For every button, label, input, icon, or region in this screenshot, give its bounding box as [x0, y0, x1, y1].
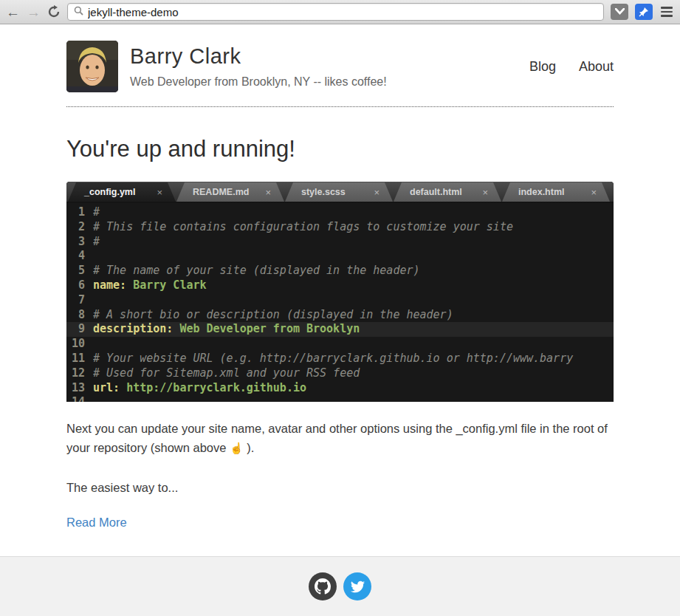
line-number: 4	[66, 249, 93, 264]
line-content: # This file contains configuration flags…	[93, 220, 614, 235]
line-number: 10	[66, 337, 93, 352]
site-header: Barry Clark Web Developer from Brooklyn,…	[66, 24, 614, 107]
post-paragraph-2: The easiest way to...	[66, 478, 614, 497]
point-up-emoji: ☝	[230, 442, 244, 454]
editor-tab: _config.yml×	[68, 182, 176, 202]
line-content	[93, 293, 614, 308]
post-paragraph-1: Next you can update your site name, avat…	[66, 419, 614, 458]
close-icon: ×	[157, 187, 176, 198]
url-bar[interactable]	[67, 3, 604, 21]
site-description: Web Developer from Brooklyn, NY -- likes…	[130, 75, 529, 89]
line-content: # Your website URL (e.g. http://barrycla…	[93, 352, 614, 366]
code-line: 9description: Web Developer from Brookly…	[66, 322, 614, 337]
back-icon[interactable]: ←	[6, 5, 20, 19]
code-line: 14	[66, 395, 614, 402]
site-nav: BlogAbout	[529, 59, 614, 75]
line-number: 12	[66, 366, 93, 381]
line-number: 11	[66, 352, 93, 366]
line-number: 2	[66, 220, 93, 235]
close-icon: ×	[374, 187, 393, 198]
github-link[interactable]	[309, 572, 337, 600]
pin-icon[interactable]	[635, 4, 653, 20]
line-content	[93, 395, 614, 402]
line-content: url: http://barryclark.github.io	[93, 381, 614, 396]
line-content: # Used for Sitemap.xml and your RSS feed	[93, 366, 614, 381]
line-number: 9	[66, 322, 93, 337]
editor-code: 1#2# This file contains configuration fl…	[66, 203, 614, 402]
line-content: # A short bio or description (displayed …	[93, 308, 614, 323]
browser-toolbar: ← →	[0, 0, 680, 24]
code-line: 5# The name of your site (displayed in t…	[66, 264, 614, 278]
editor-tab: README.md×	[176, 182, 284, 202]
avatar	[66, 41, 118, 92]
page-footer	[0, 556, 680, 616]
twitter-link[interactable]	[343, 572, 371, 600]
menu-icon[interactable]	[661, 7, 673, 17]
pocket-icon[interactable]	[611, 4, 628, 20]
editor-tab-label: index.html	[502, 187, 591, 197]
line-number: 5	[66, 264, 93, 278]
code-line: 3#	[66, 235, 614, 250]
line-content: name: Barry Clark	[93, 278, 614, 293]
line-number: 8	[66, 308, 93, 323]
site-title[interactable]: Barry Clark	[130, 44, 529, 69]
line-number: 6	[66, 278, 93, 293]
page-body: Barry Clark Web Developer from Brooklyn,…	[0, 24, 680, 556]
refresh-icon[interactable]	[47, 5, 61, 18]
close-icon: ×	[265, 187, 284, 198]
close-icon: ×	[482, 187, 501, 198]
nav-link-about[interactable]: About	[579, 59, 614, 75]
code-line: 13url: http://barryclark.github.io	[66, 381, 614, 396]
nav-link-blog[interactable]: Blog	[529, 59, 556, 75]
editor-tab: default.html×	[394, 182, 501, 202]
line-number: 3	[66, 235, 93, 250]
editor-tab-label: _config.yml	[68, 187, 157, 197]
line-content: #	[93, 205, 614, 220]
line-content: #	[93, 235, 614, 250]
code-line: 12# Used for Sitemap.xml and your RSS fe…	[66, 366, 614, 381]
code-line: 11# Your website URL (e.g. http://barryc…	[66, 352, 614, 366]
editor-tab-label: default.html	[394, 187, 482, 197]
forward-icon[interactable]: →	[27, 5, 41, 19]
twitter-icon	[350, 579, 365, 595]
code-line: 2# This file contains configuration flag…	[66, 220, 614, 235]
line-content: # The name of your site (displayed in th…	[93, 264, 614, 278]
line-number: 13	[66, 381, 93, 396]
read-more-link[interactable]: Read More	[66, 516, 127, 530]
code-editor-image: _config.yml×README.md×style.scss×default…	[66, 182, 614, 402]
line-number: 7	[66, 293, 93, 308]
editor-tab: index.html×	[502, 182, 610, 202]
code-line: 8# A short bio or description (displayed…	[66, 308, 614, 323]
line-content	[93, 337, 614, 352]
line-content	[93, 249, 614, 264]
code-line: 1#	[66, 205, 614, 220]
url-input[interactable]	[88, 6, 597, 18]
post-title: You're up and running!	[66, 136, 614, 162]
editor-tab: style.scss×	[285, 182, 393, 202]
line-content: description: Web Developer from Brooklyn	[93, 322, 614, 337]
code-line: 4	[66, 249, 614, 264]
github-icon	[315, 578, 331, 595]
code-line: 6name: Barry Clark	[66, 278, 614, 293]
line-number: 1	[66, 205, 93, 220]
code-line: 7	[66, 293, 614, 308]
editor-tabbar: _config.yml×README.md×style.scss×default…	[66, 182, 614, 203]
close-icon: ×	[591, 187, 610, 198]
editor-tab-label: README.md	[176, 187, 265, 197]
code-line: 10	[66, 337, 614, 352]
search-icon	[74, 5, 83, 18]
line-number: 14	[66, 395, 93, 402]
editor-tab-label: style.scss	[285, 187, 374, 197]
